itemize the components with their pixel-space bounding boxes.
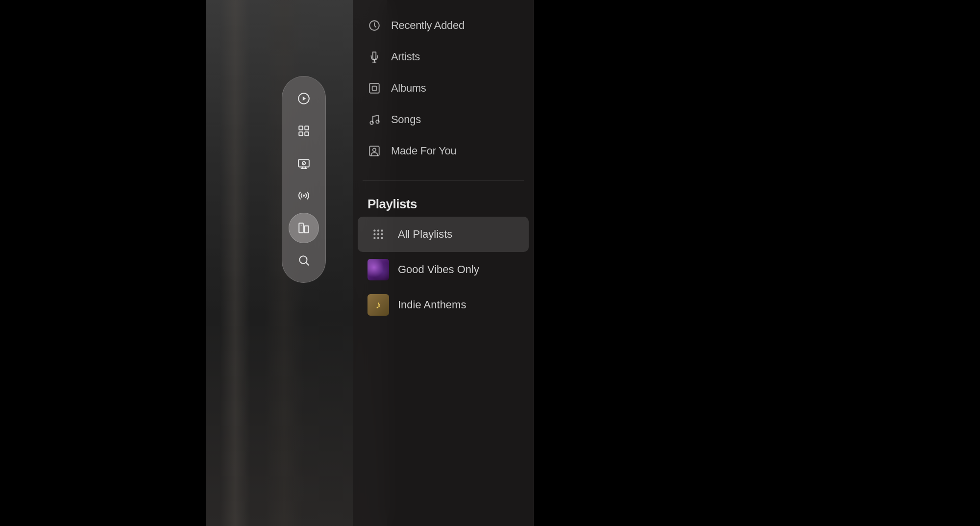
svg-rect-13: [299, 223, 303, 233]
svg-point-27: [373, 229, 375, 231]
sidebar-item-made-for-you[interactable]: Made For You: [353, 135, 534, 167]
albums-label: Albums: [391, 82, 426, 95]
svg-line-17: [306, 263, 309, 265]
svg-rect-22: [372, 86, 377, 91]
svg-point-35: [381, 237, 383, 239]
grid-icon: [297, 125, 310, 137]
svg-rect-2: [299, 126, 303, 130]
svg-point-32: [381, 233, 383, 235]
svg-point-29: [381, 229, 383, 231]
svg-point-11: [303, 163, 304, 164]
nav-radio[interactable]: [289, 180, 319, 211]
all-playlists-icon: [368, 224, 389, 245]
library-icon: [297, 222, 310, 234]
svg-rect-21: [369, 83, 379, 93]
indie-anthems-thumb: [368, 294, 389, 316]
svg-rect-5: [305, 132, 309, 136]
artists-label: Artists: [391, 50, 420, 63]
person-badge-icon: [368, 144, 381, 158]
good-vibes-thumb: [368, 259, 389, 280]
sidebar-item-songs[interactable]: Songs: [353, 104, 534, 135]
svg-point-26: [373, 149, 376, 152]
nav-tv[interactable]: [289, 148, 319, 178]
all-playlists-label: All Playlists: [398, 228, 452, 241]
nav-search[interactable]: [289, 245, 319, 276]
clock-icon: [368, 19, 381, 32]
nav-library[interactable]: [289, 213, 319, 243]
sidebar-item-artists[interactable]: Artists: [353, 41, 534, 73]
svg-point-23: [370, 121, 373, 125]
songs-label: Songs: [391, 113, 421, 126]
svg-point-12: [303, 195, 305, 197]
navigation-dock: [282, 76, 326, 283]
svg-rect-14: [304, 226, 309, 233]
microphone-icon: [368, 50, 381, 64]
search-icon: [297, 254, 310, 267]
nav-now-playing[interactable]: [289, 83, 319, 114]
indie-anthems-label: Indie Anthems: [398, 299, 466, 311]
sidebar-item-albums[interactable]: Albums: [353, 73, 534, 104]
nav-home[interactable]: [289, 116, 319, 146]
radio-waves-icon: [297, 189, 310, 202]
svg-point-24: [376, 120, 379, 124]
svg-marker-1: [303, 97, 306, 101]
svg-point-31: [377, 233, 379, 235]
recently-added-label: Recently Added: [391, 19, 465, 32]
sidebar-item-all-playlists[interactable]: All Playlists: [358, 217, 529, 252]
good-vibes-label: Good Vibes Only: [398, 263, 479, 276]
music-note-icon: [368, 113, 381, 126]
svg-rect-3: [305, 126, 309, 130]
tv-music-icon: [297, 157, 310, 170]
sidebar-item-indie-anthems[interactable]: Indie Anthems: [353, 287, 534, 323]
sidebar-item-recently-added[interactable]: Recently Added: [353, 10, 534, 41]
sidebar: Recently Added Artists Albums: [353, 0, 534, 526]
sidebar-divider: [363, 180, 524, 181]
play-circle-icon: [297, 92, 310, 105]
library-list: Recently Added Artists Albums: [353, 0, 534, 176]
svg-point-34: [377, 237, 379, 239]
svg-point-30: [373, 233, 375, 235]
svg-point-28: [377, 229, 379, 231]
album-icon: [368, 81, 381, 95]
playlists-header: Playlists: [353, 185, 534, 217]
sidebar-item-good-vibes-only[interactable]: Good Vibes Only: [353, 252, 534, 287]
svg-point-33: [373, 237, 375, 239]
made-for-you-label: Made For You: [391, 145, 456, 157]
svg-rect-4: [299, 132, 303, 136]
